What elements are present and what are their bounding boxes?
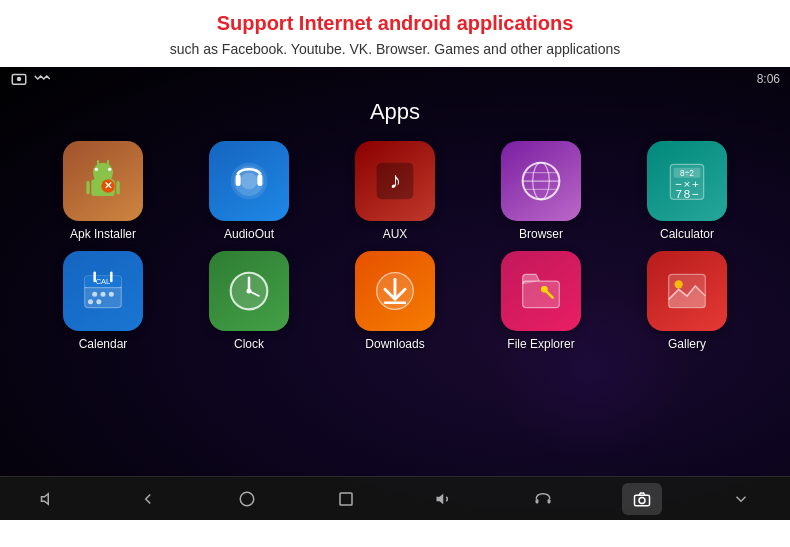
app-item-browser[interactable]: Browser [468, 141, 614, 241]
app-icon-calculator: 8÷2−×+78− [647, 141, 727, 221]
app-item-file-explorer[interactable]: File Explorer [468, 251, 614, 351]
app-label-clock: Clock [234, 337, 264, 351]
android-screen: 8:06 Apps ✕Apk InstallerAudioOut♪AUXBrow… [0, 67, 790, 520]
svg-rect-60 [548, 499, 551, 504]
svg-point-42 [96, 299, 101, 304]
vol-down-icon[interactable] [29, 483, 69, 515]
app-item-gallery[interactable]: Gallery [614, 251, 760, 351]
svg-text:7: 7 [675, 187, 681, 200]
app-icon-audioout [209, 141, 289, 221]
svg-rect-14 [236, 174, 241, 186]
app-label-calculator: Calculator [660, 227, 714, 241]
app-item-calculator[interactable]: 8÷2−×+78−Calculator [614, 141, 760, 241]
clock-display: 8:06 [757, 72, 780, 86]
nav-bar [0, 476, 790, 520]
svg-marker-55 [42, 493, 49, 504]
app-item-clock[interactable]: Clock [176, 251, 322, 351]
recent-apps-icon[interactable] [326, 483, 366, 515]
app-item-aux[interactable]: ♪AUX [322, 141, 468, 241]
app-item-audioout[interactable]: AudioOut [176, 141, 322, 241]
svg-rect-15 [257, 174, 262, 186]
status-bar: 8:06 [0, 67, 790, 91]
app-label-file-explorer: File Explorer [507, 337, 574, 351]
app-item-downloads[interactable]: Downloads [322, 251, 468, 351]
status-left [10, 70, 52, 88]
headphone-icon[interactable] [523, 483, 563, 515]
app-label-aux: AUX [383, 227, 408, 241]
svg-rect-50 [523, 281, 560, 308]
main-title: Support Internet android applications [20, 12, 770, 35]
app-label-browser: Browser [519, 227, 563, 241]
app-icon-apk-installer: ✕ [63, 141, 143, 221]
svg-marker-58 [437, 493, 444, 504]
svg-point-46 [247, 289, 252, 294]
svg-rect-59 [536, 499, 539, 504]
svg-text:✕: ✕ [104, 180, 112, 191]
arrow-down-icon[interactable] [721, 483, 761, 515]
svg-rect-57 [340, 493, 352, 505]
signal-icon [34, 70, 52, 88]
svg-point-13 [241, 173, 258, 190]
svg-text:8: 8 [684, 187, 690, 200]
svg-text:CAL: CAL [96, 277, 111, 286]
app-icon-calendar: CAL [63, 251, 143, 331]
app-icon-downloads [355, 251, 435, 331]
app-item-calendar[interactable]: CALCalendar [30, 251, 176, 351]
svg-point-39 [101, 292, 106, 297]
app-item-apk-installer[interactable]: ✕Apk Installer [30, 141, 176, 241]
app-label-gallery: Gallery [668, 337, 706, 351]
app-label-calendar: Calendar [79, 337, 128, 351]
app-icon-file-explorer [501, 251, 581, 331]
svg-point-1 [17, 77, 22, 82]
camera-icon[interactable] [622, 483, 662, 515]
svg-text:♪: ♪ [389, 167, 401, 193]
app-icon-clock [209, 251, 289, 331]
app-icon-aux: ♪ [355, 141, 435, 221]
screenshot-icon [10, 70, 28, 88]
app-label-audioout: AudioOut [224, 227, 274, 241]
app-icon-gallery [647, 251, 727, 331]
svg-point-41 [88, 299, 93, 304]
subtitle: such as Facebook. Youtube. VK. Browser. … [20, 41, 770, 57]
svg-point-62 [639, 497, 645, 503]
svg-point-4 [108, 168, 111, 171]
volume-icon[interactable] [424, 483, 464, 515]
svg-point-38 [92, 292, 97, 297]
apps-grid: ✕Apk InstallerAudioOut♪AUXBrowser8÷2−×+7… [0, 141, 790, 351]
svg-point-3 [95, 168, 98, 171]
app-label-downloads: Downloads [365, 337, 424, 351]
app-label-apk-installer: Apk Installer [70, 227, 136, 241]
top-section: Support Internet android applications su… [0, 0, 790, 67]
app-icon-browser [501, 141, 581, 221]
svg-point-40 [109, 292, 114, 297]
svg-point-54 [675, 280, 683, 288]
back-icon[interactable] [128, 483, 168, 515]
home-icon[interactable] [227, 483, 267, 515]
svg-point-56 [240, 492, 254, 506]
svg-text:−: − [692, 187, 699, 200]
page-title: Apps [0, 99, 790, 125]
